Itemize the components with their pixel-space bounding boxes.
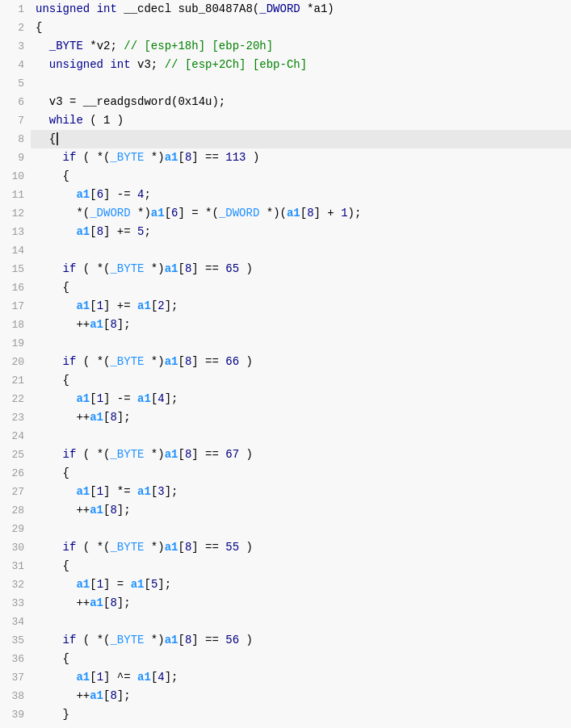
code-line: 32 a1[1] = a1[5]; xyxy=(0,575,571,594)
line-number: 34 xyxy=(0,613,31,631)
token-plain: *) xyxy=(144,448,164,461)
line-number: 33 xyxy=(0,594,31,613)
token-plain: [ xyxy=(178,634,184,646)
token-num: 4 xyxy=(157,392,164,405)
code-line: 36 { xyxy=(0,650,571,668)
line-number: 39 xyxy=(0,705,31,724)
token-plain xyxy=(90,2,96,15)
line-content: if ( *(_BYTE *)a1[8] == 56 ) xyxy=(31,631,571,650)
token-arr: a1 xyxy=(165,634,178,646)
code-line: 18 ++a1[8]; xyxy=(0,316,571,334)
line-number: 9 xyxy=(0,149,31,167)
line-number: 15 xyxy=(0,260,31,278)
token-num: 65 xyxy=(225,262,239,275)
token-plain: ] -= xyxy=(103,188,137,201)
token-plain: ]; xyxy=(165,299,178,312)
token-kw: int xyxy=(110,58,130,71)
line-content: { xyxy=(31,557,571,575)
line-content: { xyxy=(31,130,571,149)
code-line: 8 { xyxy=(0,130,571,149)
line-number: 38 xyxy=(0,687,31,705)
token-plain: [ xyxy=(178,448,184,461)
token-plain: [ xyxy=(90,225,96,238)
token-plain xyxy=(36,262,63,275)
token-num: 8 xyxy=(97,225,103,238)
token-plain: ] -= xyxy=(103,392,137,405)
token-plain: ] *= xyxy=(103,485,137,498)
token-plain: ]; xyxy=(117,504,131,517)
token-arr: a1 xyxy=(287,207,300,220)
token-plain: ] == xyxy=(191,448,225,461)
code-line: 27 a1[1] *= a1[3]; xyxy=(0,483,571,501)
line-number: 35 xyxy=(0,631,31,650)
token-plain: *) xyxy=(144,262,164,275)
code-line: 16 { xyxy=(0,278,571,297)
token-arr: a1 xyxy=(76,225,90,238)
code-line: 29 xyxy=(0,520,571,538)
token-plain xyxy=(36,299,76,312)
line-number: 37 xyxy=(0,668,31,687)
line-content: ++a1[8]; xyxy=(31,501,571,520)
line-content: a1[1] ^= a1[4]; xyxy=(31,668,571,687)
token-plain: ( *( xyxy=(76,541,110,554)
line-number: 23 xyxy=(0,408,31,427)
token-plain: { xyxy=(36,21,42,34)
line-content: while ( 1 ) xyxy=(31,111,571,130)
token-plain xyxy=(36,225,76,238)
token-num: 8 xyxy=(110,504,116,517)
line-number: 2 xyxy=(0,19,31,37)
token-plain xyxy=(36,58,49,71)
token-arr: a1 xyxy=(90,596,103,609)
token-plain: [ xyxy=(90,188,96,201)
token-arr: a1 xyxy=(151,207,165,220)
line-number: 30 xyxy=(0,538,31,557)
token-num: 1 xyxy=(341,207,347,220)
line-number: 20 xyxy=(0,353,31,371)
line-content: { xyxy=(31,19,571,37)
token-arr: a1 xyxy=(76,299,90,312)
token-plain: [ xyxy=(165,207,171,220)
token-plain: ) xyxy=(246,151,260,164)
code-line: 35 if ( *(_BYTE *)a1[8] == 56 ) xyxy=(0,631,571,650)
line-number: 5 xyxy=(0,74,31,93)
token-arr: a1 xyxy=(131,578,145,591)
token-cast: _DWORD xyxy=(90,207,130,220)
token-plain: ] = *( xyxy=(178,207,218,220)
token-plain: ] == xyxy=(191,541,225,554)
line-number: 11 xyxy=(0,186,31,204)
line-content: if ( *(_BYTE *)a1[8] == 113 ) xyxy=(31,149,571,167)
token-plain: ]; xyxy=(157,578,171,591)
token-num: 8 xyxy=(110,689,116,702)
token-plain: [ xyxy=(178,355,184,368)
token-num: 8 xyxy=(110,318,116,331)
line-content: ++a1[8]; xyxy=(31,594,571,613)
token-plain: ] == xyxy=(191,262,225,275)
token-plain: *( xyxy=(36,207,90,220)
token-arr: a1 xyxy=(165,448,178,461)
token-plain: ++ xyxy=(36,504,90,517)
token-plain: ]; xyxy=(117,596,131,609)
token-num: 1 xyxy=(97,578,103,591)
line-content: ++a1[8]; xyxy=(31,316,571,334)
code-line: 37 a1[1] ^= a1[4]; xyxy=(0,668,571,687)
token-plain: [ xyxy=(300,207,307,220)
token-num: 6 xyxy=(97,188,103,201)
token-num: 8 xyxy=(110,596,116,609)
token-plain: [ xyxy=(90,578,96,591)
code-line: 11 a1[6] -= 4; xyxy=(0,186,571,204)
line-content: *(_DWORD *)a1[6] = *(_DWORD *)(a1[8] + 1… xyxy=(31,204,571,223)
line-number: 14 xyxy=(0,241,31,260)
line-number: 3 xyxy=(0,37,31,56)
token-plain xyxy=(36,634,63,646)
token-plain: } xyxy=(36,708,69,721)
line-content: a1[1] -= a1[4]; xyxy=(31,390,571,408)
code-line: 22 a1[1] -= a1[4]; xyxy=(0,390,571,408)
token-plain: [ xyxy=(90,671,96,684)
line-content: if ( *(_BYTE *)a1[8] == 67 ) xyxy=(31,446,571,464)
token-plain: { xyxy=(36,374,69,387)
token-arr: a1 xyxy=(76,485,90,498)
line-number: 28 xyxy=(0,501,31,520)
token-plain: *) xyxy=(144,355,164,368)
token-plain: ( *( xyxy=(76,634,110,646)
token-plain: *) xyxy=(144,541,164,554)
